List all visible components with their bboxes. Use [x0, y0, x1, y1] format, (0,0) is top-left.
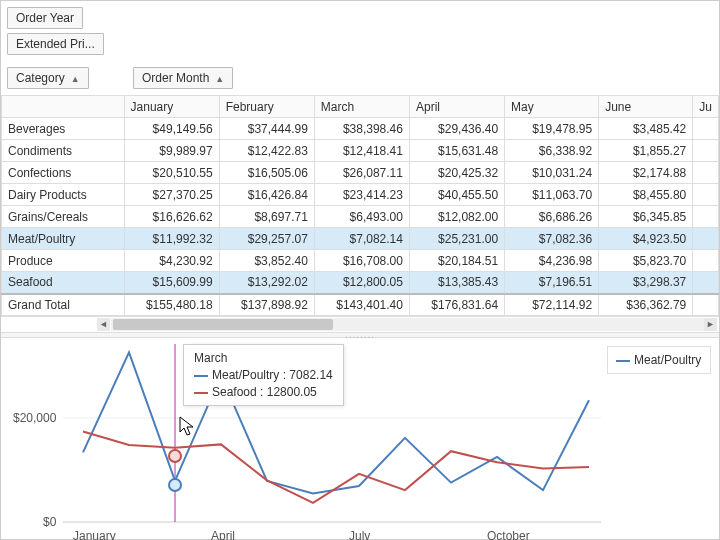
legend-item: Meat/Poultry: [634, 353, 701, 367]
filter-label: Order Year: [16, 11, 74, 25]
column-field-order-month[interactable]: Order Month▲: [133, 67, 233, 89]
scroll-thumb[interactable]: [113, 319, 333, 330]
tooltip-title: March: [194, 351, 333, 365]
col-june[interactable]: June: [599, 96, 693, 118]
tooltip-value: Seafood : 12800.05: [212, 385, 317, 399]
filter-label: Order Month: [142, 71, 209, 85]
filter-label: Extended Pri...: [16, 37, 95, 51]
y-tick-label: $0: [43, 515, 57, 529]
svg-text:October: October: [487, 529, 530, 540]
filter-area: Order Year Extended Pri...: [1, 1, 719, 61]
svg-point-6: [169, 479, 181, 491]
table-row[interactable]: Confections$20,510.55$16,505.06$26,087.1…: [2, 162, 719, 184]
chart-panel[interactable]: $20,000 $0 January April July October Me…: [1, 338, 719, 540]
sort-asc-icon: ▲: [71, 74, 80, 84]
table-row[interactable]: Produce$4,230.92$3,852.40$16,708.00$20,1…: [2, 250, 719, 272]
col-march[interactable]: March: [314, 96, 409, 118]
table-row[interactable]: Dairy Products$27,370.25$16,426.84$23,41…: [2, 184, 719, 206]
svg-text:January: January: [73, 529, 116, 540]
tooltip-value: Meat/Poultry : 7082.14: [212, 368, 333, 382]
sort-asc-icon: ▲: [215, 74, 224, 84]
table-row[interactable]: Grains/Cereals$16,626.62$8,697.71$6,493.…: [2, 206, 719, 228]
svg-point-7: [169, 450, 181, 462]
col-february[interactable]: February: [219, 96, 314, 118]
filter-order-year[interactable]: Order Year: [7, 7, 83, 29]
column-header-row: January February March April May June Ju: [2, 96, 719, 118]
grand-total-row[interactable]: Grand Total$155,480.18$137,898.92$143,40…: [2, 294, 719, 316]
y-tick-label: $20,000: [13, 411, 57, 425]
col-overflow[interactable]: Ju: [693, 96, 719, 118]
row-field-category[interactable]: Category▲: [7, 67, 89, 89]
scroll-right-icon[interactable]: ►: [704, 318, 717, 331]
pivot-grid[interactable]: January February March April May June Ju…: [1, 95, 719, 316]
scroll-left-icon[interactable]: ◄: [97, 318, 110, 331]
col-april[interactable]: April: [409, 96, 504, 118]
col-january[interactable]: January: [124, 96, 219, 118]
col-may[interactable]: May: [505, 96, 599, 118]
chart-tooltip: March Meat/Poultry : 7082.14 Seafood : 1…: [183, 344, 344, 406]
svg-text:April: April: [211, 529, 235, 540]
table-row[interactable]: Beverages$49,149.56$37,444.99$38,398.46$…: [2, 118, 719, 140]
svg-text:July: July: [349, 529, 370, 540]
chart-legend: Meat/Poultry: [607, 346, 711, 374]
table-row[interactable]: Condiments$9,989.97$12,422.83$12,418.41$…: [2, 140, 719, 162]
filter-extended-price[interactable]: Extended Pri...: [7, 33, 104, 55]
filter-label: Category: [16, 71, 65, 85]
table-row-selected[interactable]: Meat/Poultry$11,992.32$29,257.07$7,082.1…: [2, 228, 719, 250]
table-row-selected[interactable]: Seafood$15,609.99$13,292.02$12,800.05$13…: [2, 272, 719, 294]
